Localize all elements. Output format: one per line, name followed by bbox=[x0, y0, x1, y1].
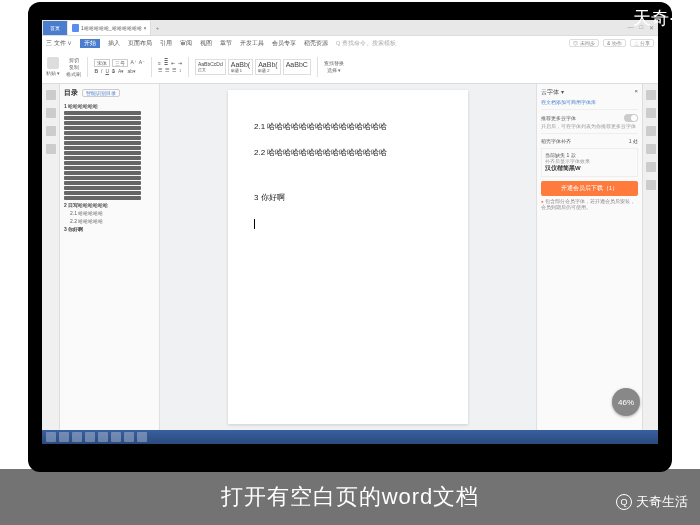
outline-item[interactable] bbox=[64, 181, 141, 185]
outline-smart-toggle[interactable]: 智能识别目录 bbox=[82, 89, 120, 97]
tab-close-icon[interactable]: × bbox=[144, 25, 147, 31]
bold-icon[interactable]: B bbox=[94, 68, 98, 74]
sync-status[interactable]: ◎ 未同步 bbox=[569, 39, 598, 47]
document-page[interactable]: 2.1 哈哈哈哈哈哈哈哈哈哈哈哈哈哈哈 2.2 哈哈哈哈哈哈哈哈哈哈哈哈哈哈哈 … bbox=[228, 90, 468, 424]
font-shrink-icon[interactable]: A⁻ bbox=[139, 59, 145, 67]
font-grow-icon[interactable]: A⁺ bbox=[130, 59, 136, 67]
outline-item[interactable] bbox=[64, 126, 141, 130]
italic-icon[interactable]: I bbox=[101, 68, 102, 74]
style-normal[interactable]: AaBbCcDd 正文 bbox=[195, 59, 226, 75]
outline-item[interactable]: 2 日写哈哈哈哈哈哈 bbox=[64, 201, 155, 209]
leftrail-thumb-icon[interactable] bbox=[46, 108, 56, 118]
taskbar-icon[interactable] bbox=[85, 432, 95, 442]
font-size-select[interactable]: 三号 bbox=[112, 59, 128, 67]
leftrail-outline-icon[interactable] bbox=[46, 90, 56, 100]
menu-tab-insert[interactable]: 插入 bbox=[108, 40, 120, 47]
indent-inc-icon[interactable]: ⇥ bbox=[178, 60, 182, 66]
taskbar-icon[interactable] bbox=[124, 432, 134, 442]
underline-icon[interactable]: U bbox=[105, 68, 109, 74]
rightpanel-link[interactable]: 在文档添加可商用字体库 bbox=[541, 99, 638, 105]
menu-tab-layout[interactable]: 页面布局 bbox=[128, 40, 152, 47]
outline-item[interactable] bbox=[64, 116, 141, 120]
align-center-icon[interactable]: ☰ bbox=[165, 67, 169, 73]
rightrail-icon[interactable] bbox=[646, 108, 656, 118]
rightpanel-title[interactable]: 云字体 ▾ bbox=[541, 88, 564, 97]
fontcolor-icon[interactable]: A▾ bbox=[118, 68, 124, 74]
strike-icon[interactable]: S̶ bbox=[112, 68, 115, 74]
rightpanel-close-icon[interactable]: × bbox=[634, 88, 638, 97]
tab-document[interactable]: 1哈哈哈哈哈_哈哈哈哈哈哈 × bbox=[68, 21, 151, 35]
outline-item[interactable]: 3 你好啊 bbox=[64, 225, 155, 233]
copy-label[interactable]: 复制 bbox=[69, 64, 79, 70]
rightrail-icon[interactable] bbox=[646, 144, 656, 154]
outline-item[interactable] bbox=[64, 191, 141, 195]
outline-item[interactable]: 2.2 哈哈哈哈哈 bbox=[64, 217, 155, 225]
fmtpaint-label[interactable]: 格式刷 bbox=[66, 71, 81, 77]
style-h3[interactable]: AaBbC bbox=[283, 59, 311, 75]
outline-pane: 目录 智能识别目录 1 哈哈哈哈哈哈 bbox=[60, 84, 160, 430]
taskbar-icon[interactable] bbox=[59, 432, 69, 442]
outline-item[interactable] bbox=[64, 161, 141, 165]
rightrail-icon[interactable] bbox=[646, 180, 656, 190]
linespacing-icon[interactable]: ↕ bbox=[179, 67, 182, 73]
style-h2[interactable]: AaBb( 标题 2 bbox=[255, 59, 280, 75]
taskbar-icon[interactable] bbox=[137, 432, 147, 442]
style-gallery[interactable]: AaBbCcDd 正文 AaBb( 标题 1 AaBb( 标题 2 AaBbC bbox=[195, 59, 311, 75]
menu-tab-review[interactable]: 审阅 bbox=[180, 40, 192, 47]
outline-item[interactable] bbox=[64, 151, 141, 155]
document-canvas[interactable]: 2.1 哈哈哈哈哈哈哈哈哈哈哈哈哈哈哈 2.2 哈哈哈哈哈哈哈哈哈哈哈哈哈哈哈 … bbox=[160, 84, 536, 430]
outline-item[interactable] bbox=[64, 141, 141, 145]
outline-item[interactable]: 2.1 哈哈哈哈哈 bbox=[64, 209, 155, 217]
leftrail-search-icon[interactable] bbox=[46, 144, 56, 154]
indent-dec-icon[interactable]: ⇤ bbox=[171, 60, 175, 66]
outline-item[interactable] bbox=[64, 111, 141, 115]
menu-tab-dev[interactable]: 开发工具 bbox=[240, 40, 264, 47]
outline-item[interactable] bbox=[64, 196, 141, 200]
rightrail-icon[interactable] bbox=[646, 162, 656, 172]
font-name-select[interactable]: 宋体 bbox=[94, 59, 110, 67]
paste-label[interactable]: 粘贴 ▾ bbox=[46, 70, 60, 76]
select-menu[interactable]: 选择 ▾ bbox=[327, 67, 341, 73]
outline-item[interactable] bbox=[64, 176, 141, 180]
outline-item[interactable] bbox=[64, 131, 141, 135]
rightrail-icon[interactable] bbox=[646, 126, 656, 136]
menu-tab-vip[interactable]: 会员专享 bbox=[272, 40, 296, 47]
find-replace[interactable]: 查找替换 bbox=[324, 60, 344, 66]
rec-toggle[interactable] bbox=[624, 114, 638, 122]
menu-search[interactable]: Q 查找命令、搜索模板 bbox=[336, 40, 396, 47]
tab-add[interactable]: + bbox=[151, 25, 163, 31]
menu-tab-section[interactable]: 章节 bbox=[220, 40, 232, 47]
style-h1[interactable]: AaBb( 标题 1 bbox=[228, 59, 253, 75]
leftrail-bookmark-icon[interactable] bbox=[46, 126, 56, 136]
outline-item[interactable] bbox=[64, 171, 141, 175]
rightrail-icon[interactable] bbox=[646, 90, 656, 100]
outline-item[interactable] bbox=[64, 121, 141, 125]
zoom-floating-button[interactable]: 46% bbox=[612, 388, 640, 416]
menu-file[interactable]: 三 文件 ∨ bbox=[46, 40, 72, 47]
menu-tab-view[interactable]: 视图 bbox=[200, 40, 212, 47]
menu-tab-docer[interactable]: 稻壳资源 bbox=[304, 40, 328, 47]
align-right-icon[interactable]: ☰ bbox=[172, 67, 176, 73]
outline-item[interactable] bbox=[64, 136, 141, 140]
taskbar-icon[interactable] bbox=[72, 432, 82, 442]
collab-button[interactable]: & 协作 bbox=[603, 39, 626, 47]
outline-item[interactable] bbox=[64, 156, 141, 160]
outline-item[interactable]: 1 哈哈哈哈哈哈 bbox=[64, 102, 155, 110]
share-button[interactable]: △ 分享 bbox=[630, 39, 654, 47]
start-button[interactable] bbox=[46, 432, 56, 442]
menu-tab-ref[interactable]: 引用 bbox=[160, 40, 172, 47]
list-bullet-icon[interactable]: ≡ bbox=[158, 60, 161, 66]
paste-icon[interactable] bbox=[47, 57, 59, 69]
outline-item[interactable] bbox=[64, 186, 141, 190]
outline-item[interactable] bbox=[64, 166, 141, 170]
taskbar-icon[interactable] bbox=[98, 432, 108, 442]
align-left-icon[interactable]: ☰ bbox=[158, 67, 162, 73]
list-number-icon[interactable]: ≣ bbox=[164, 60, 168, 66]
tab-home[interactable]: 首页 bbox=[43, 21, 67, 35]
highlight-icon[interactable]: ab▾ bbox=[127, 68, 136, 74]
cut-label[interactable]: 剪切 bbox=[69, 57, 79, 63]
outline-item[interactable] bbox=[64, 146, 141, 150]
menu-tab-start[interactable]: 开始 bbox=[80, 39, 100, 48]
taskbar-icon[interactable] bbox=[111, 432, 121, 442]
download-button[interactable]: 开通会员后下载（1） bbox=[541, 181, 638, 196]
